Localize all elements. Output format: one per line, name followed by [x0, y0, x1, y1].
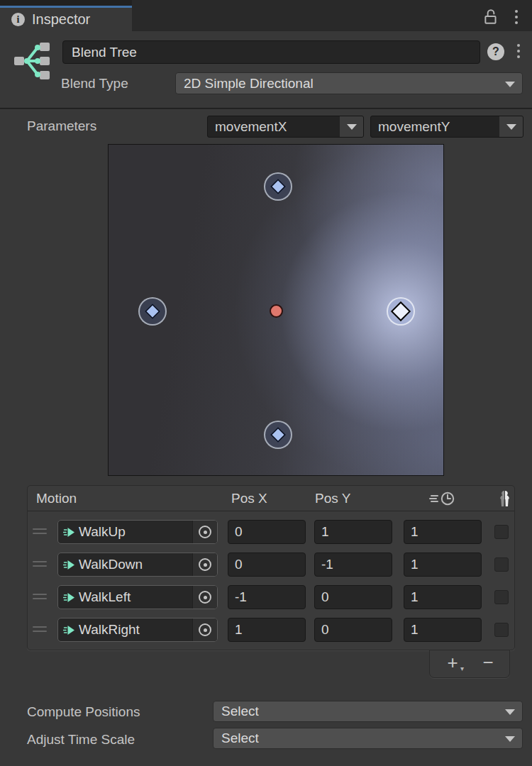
- blend-point-walkleft[interactable]: [138, 297, 167, 326]
- speed-input[interactable]: [404, 553, 482, 577]
- object-picker-icon: [199, 623, 211, 636]
- mirror-checkbox[interactable]: [494, 623, 509, 637]
- pos-x-input[interactable]: [228, 553, 306, 577]
- table-row: WalkDown: [28, 553, 514, 577]
- motion-object-field[interactable]: WalkRight: [57, 618, 218, 642]
- tab-menu-icon[interactable]: [514, 10, 519, 24]
- object-picker-icon: [199, 558, 211, 571]
- object-picker-icon: [199, 526, 211, 538]
- compute-positions-dropdown[interactable]: Select: [213, 701, 523, 722]
- adjust-time-scale-label: Adjust Time Scale: [27, 732, 135, 748]
- blend-space-graph[interactable]: [108, 144, 444, 476]
- pos-y-input[interactable]: [314, 618, 392, 642]
- table-row: WalkLeft: [28, 585, 514, 609]
- tab-bar: i Inspector: [0, 0, 532, 31]
- blend-point-walkright-selected[interactable]: [387, 297, 415, 326]
- table-row: WalkRight: [28, 618, 514, 642]
- parameter-x-dropdown[interactable]: movementX: [207, 116, 364, 138]
- motion-list-header: Motion Pos X Pos Y: [28, 486, 514, 511]
- column-header-pos-x: Pos X: [231, 491, 267, 506]
- column-header-motion: Motion: [36, 491, 77, 506]
- chevron-down-icon: [505, 82, 515, 87]
- speed-input[interactable]: [404, 520, 482, 544]
- pos-y-input[interactable]: [314, 520, 392, 544]
- list-footer: + ▾ −: [429, 650, 510, 678]
- tab-bar-spacer: [0, 0, 132, 6]
- blend-type-label: Blend Type: [61, 76, 128, 91]
- object-picker-button[interactable]: [192, 618, 217, 641]
- chevron-down-icon: [499, 116, 523, 137]
- chevron-down-icon: [505, 709, 515, 715]
- blend-type-value: 2D Simple Directional: [176, 76, 314, 91]
- blend-point-walkdown[interactable]: [264, 421, 292, 449]
- blend-point-diamond: [270, 427, 287, 443]
- inspector-panel: i Inspector ? Blend Type 2D Simple Direc…: [0, 0, 532, 766]
- object-picker-button[interactable]: [192, 521, 217, 543]
- remove-motion-button[interactable]: −: [474, 651, 502, 674]
- pos-x-input[interactable]: [228, 520, 306, 544]
- blend-type-dropdown[interactable]: 2D Simple Directional: [175, 72, 523, 94]
- compute-positions-label: Compute Positions: [27, 704, 140, 720]
- drag-handle[interactable]: [33, 594, 47, 599]
- pos-y-input[interactable]: [314, 585, 392, 609]
- mirror-checkbox[interactable]: [494, 525, 509, 539]
- mirror-checkbox[interactable]: [494, 590, 509, 604]
- speed-input[interactable]: [404, 585, 482, 609]
- pos-x-input[interactable]: [228, 585, 306, 609]
- drag-handle[interactable]: [33, 528, 47, 534]
- table-row: WalkUp: [28, 520, 514, 544]
- info-icon: i: [11, 13, 25, 26]
- motion-name: WalkDown: [79, 557, 143, 572]
- motion-object-field[interactable]: WalkLeft: [57, 585, 218, 609]
- motion-object-field[interactable]: WalkDown: [57, 553, 218, 577]
- parameters-label: Parameters: [27, 118, 96, 134]
- animation-clip-icon: [63, 625, 75, 635]
- blend-point-walkup[interactable]: [264, 172, 292, 201]
- unlock-icon[interactable]: [483, 8, 499, 25]
- preview-position-dot[interactable]: [270, 304, 283, 318]
- motion-name: WalkUp: [79, 524, 126, 540]
- animation-clip-icon: [63, 560, 75, 570]
- parameter-x-value: movementX: [208, 119, 287, 135]
- motion-name: WalkRight: [79, 622, 140, 638]
- parameter-y-value: movementY: [371, 119, 450, 135]
- help-icon[interactable]: ?: [487, 43, 504, 60]
- motion-list: Motion Pos X Pos Y: [27, 485, 515, 650]
- mirror-checkbox[interactable]: [494, 557, 509, 572]
- parameter-y-dropdown[interactable]: movementY: [370, 116, 523, 138]
- adjust-time-scale-dropdown[interactable]: Select: [213, 728, 523, 749]
- drag-handle[interactable]: [33, 626, 47, 632]
- column-header-pos-y: Pos Y: [315, 491, 350, 506]
- blend-tree-name-input[interactable]: [62, 40, 480, 64]
- blend-point-diamond: [270, 179, 287, 195]
- chevron-down-icon: [340, 116, 363, 137]
- adjust-time-scale-value: Select: [214, 731, 259, 746]
- object-picker-icon: [199, 591, 211, 604]
- animation-clip-icon: [63, 592, 75, 603]
- tab-title: Inspector: [32, 11, 90, 28]
- add-dropdown-caret-icon: ▾: [460, 665, 464, 672]
- blend-tree-icon: [12, 40, 53, 82]
- speed-icon: [429, 491, 459, 506]
- blend-point-diamond: [391, 301, 411, 321]
- section-divider: [0, 108, 532, 109]
- motion-object-field[interactable]: WalkUp: [57, 520, 218, 544]
- animation-clip-icon: [63, 527, 75, 538]
- pos-x-input[interactable]: [228, 618, 306, 642]
- mirror-icon: [497, 489, 513, 508]
- chevron-down-icon: [505, 736, 515, 742]
- drag-handle[interactable]: [33, 561, 47, 567]
- component-menu-icon[interactable]: [516, 44, 521, 58]
- speed-input[interactable]: [404, 618, 482, 642]
- tab-inspector[interactable]: i Inspector: [0, 6, 132, 31]
- object-picker-button[interactable]: [192, 586, 217, 609]
- compute-positions-value: Select: [214, 704, 259, 719]
- blend-point-diamond: [145, 304, 161, 320]
- motion-name: WalkLeft: [79, 589, 131, 605]
- object-picker-button[interactable]: [192, 553, 217, 576]
- pos-y-input[interactable]: [314, 553, 392, 577]
